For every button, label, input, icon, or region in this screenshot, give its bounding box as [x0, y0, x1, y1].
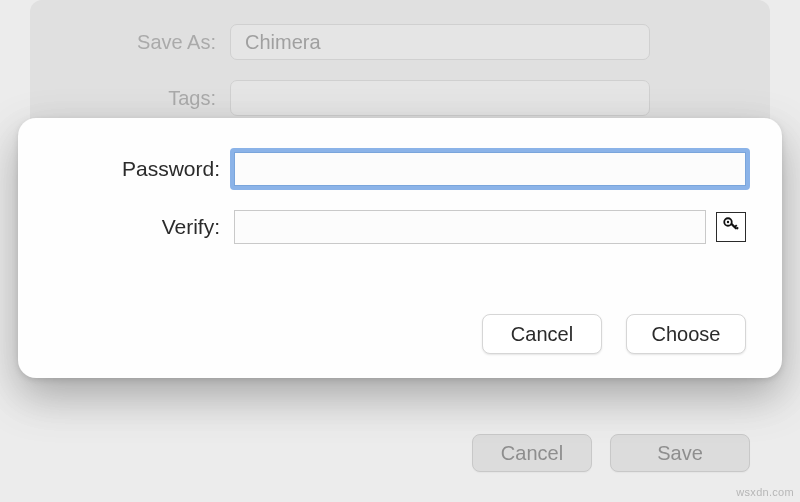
key-icon [722, 216, 740, 238]
choose-button[interactable]: Choose [626, 314, 746, 354]
sheet-save-button: Save [610, 434, 750, 472]
password-label: Password: [54, 157, 234, 181]
verify-input[interactable] [234, 210, 706, 244]
verify-label: Verify: [54, 215, 234, 239]
save-as-label: Save As: [30, 31, 230, 54]
password-assistant-button[interactable] [716, 212, 746, 242]
password-modal: Password: Verify: Cancel Choose [18, 118, 782, 378]
save-sheet-footer: Cancel Save [472, 434, 750, 472]
tags-input [230, 80, 650, 116]
svg-point-1 [727, 221, 729, 223]
sheet-cancel-button: Cancel [472, 434, 592, 472]
tags-label: Tags: [30, 87, 230, 110]
watermark: wsxdn.com [736, 486, 794, 498]
cancel-button[interactable]: Cancel [482, 314, 602, 354]
save-as-input [230, 24, 650, 60]
password-input[interactable] [234, 152, 746, 186]
